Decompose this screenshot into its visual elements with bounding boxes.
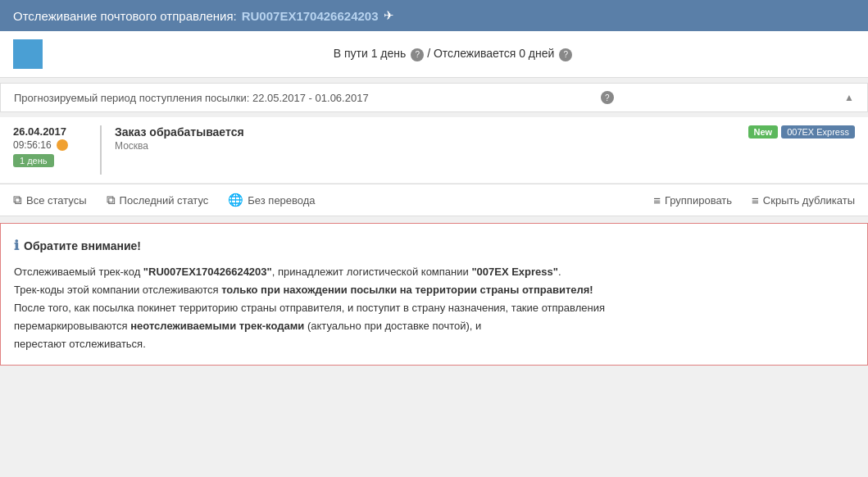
- badge-new: New: [748, 125, 779, 139]
- badge-carrier: 007EX Express: [781, 125, 855, 139]
- no-translate-label: Без перевода: [248, 194, 315, 207]
- forecast-text: Прогнозируемый период поступления посылк…: [14, 92, 369, 104]
- in-transit-label: В пути 1 день: [334, 47, 407, 60]
- entry-date: 26.04.2017: [13, 125, 87, 138]
- notice-line5: перестают отслеживаться.: [14, 338, 146, 350]
- notice-line4-bold: неотслеживаемыми трек-кодами: [130, 320, 304, 332]
- question-mark-tracking[interactable]: ?: [559, 48, 572, 61]
- notice-line2-bold: только при нахождении посылки на террито…: [221, 284, 593, 296]
- notice-title-text: Обратите внимание!: [24, 237, 141, 255]
- tracking-number-link[interactable]: RU007EX170426624203: [242, 9, 379, 23]
- notice-line4-end: (актуально при доставке почтой), и: [304, 320, 481, 332]
- last-status-icon: ⧉: [107, 193, 116, 207]
- group-icon: ≡: [653, 193, 661, 207]
- notice-line3: После того, как посылка покинет территор…: [14, 302, 605, 314]
- controls-bar: ⧉ Все статусы ⧉ Последний статус 🌐 Без п…: [0, 184, 868, 216]
- notice-title: ℹ Обратите внимание!: [14, 235, 854, 257]
- notice-line1-company: "007EX Express": [471, 266, 558, 278]
- transit-text: В пути 1 день ? / Отслеживается 0 дней ?: [51, 47, 855, 61]
- status-col: Заказ обрабатывается Москва: [115, 125, 735, 152]
- divider-line: [100, 125, 102, 175]
- header-bar: Отслеживание почтового отправления: RU00…: [0, 0, 868, 31]
- hide-duplicates-label: Скрыть дубликаты: [763, 194, 855, 207]
- status-dot: [57, 139, 68, 151]
- question-mark-forecast[interactable]: ?: [601, 91, 614, 104]
- notice-line1-end: .: [558, 266, 561, 278]
- badges-col: New 007EX Express: [748, 125, 855, 139]
- transit-icon: [13, 39, 43, 69]
- question-mark-transit[interactable]: ?: [411, 48, 424, 61]
- tracking-days-label: Отслеживается 0 дней: [434, 47, 554, 60]
- status-text: Заказ обрабатывается: [115, 125, 735, 139]
- hide-duplicates-button[interactable]: ≡ Скрыть дубликаты: [752, 193, 855, 207]
- notice-line2-pre: Трек-коды этой компании отслеживаются: [14, 284, 221, 296]
- notice-line4-pre: перемаркировываются: [14, 320, 130, 332]
- group-button[interactable]: ≡ Группировать: [653, 193, 732, 207]
- info-icon: ℹ: [14, 235, 19, 257]
- notice-text: Отслеживаемый трек-код "RU007EX170426624…: [14, 263, 854, 353]
- entry-time: 09:56:16: [13, 139, 52, 151]
- all-statuses-label: Все статусы: [26, 194, 87, 207]
- tracking-entry: 26.04.2017 09:56:16 1 день Заказ обрабат…: [0, 117, 868, 184]
- forecast-bar: Прогнозируемый период поступления посылк…: [0, 83, 868, 112]
- send-icon: ✈: [384, 8, 394, 23]
- group-label: Группировать: [665, 194, 732, 207]
- all-statuses-icon: ⧉: [13, 193, 22, 207]
- day-badge: 1 день: [13, 154, 54, 167]
- notice-line1-mid: , принадлежит логистической компании: [272, 266, 472, 278]
- hide-duplicates-icon: ≡: [752, 193, 759, 207]
- location-text: Москва: [115, 140, 735, 152]
- notice-box: ℹ Обратите внимание! Отслеживаемый трек-…: [0, 223, 868, 366]
- no-translate-icon: 🌐: [228, 193, 243, 207]
- last-status-label: Последний статус: [120, 194, 209, 207]
- transit-bar: В пути 1 день ? / Отслеживается 0 дней ?: [0, 31, 868, 78]
- notice-line1-pre: Отслеживаемый трек-код: [14, 266, 143, 278]
- date-col: 26.04.2017 09:56:16 1 день: [13, 125, 87, 167]
- no-translate-button[interactable]: 🌐 Без перевода: [228, 193, 315, 207]
- separator: /: [427, 47, 434, 60]
- last-status-button[interactable]: ⧉ Последний статус: [107, 193, 209, 207]
- collapse-icon[interactable]: ▲: [844, 92, 854, 103]
- header-label: Отслеживание почтового отправления:: [13, 9, 237, 23]
- all-statuses-button[interactable]: ⧉ Все статусы: [13, 193, 87, 207]
- time-row: 09:56:16: [13, 139, 87, 151]
- notice-line1-code: "RU007EX170426624203": [143, 266, 272, 278]
